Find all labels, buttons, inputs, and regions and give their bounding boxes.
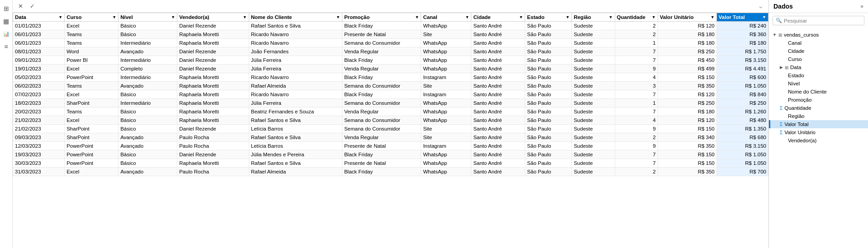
col-header-promocao[interactable]: Promoção▼	[342, 13, 421, 22]
col-header-vt[interactable]: Valor Total▼	[716, 13, 768, 22]
field-label: Canal	[788, 40, 802, 46]
collapse-icon[interactable]: »	[860, 3, 863, 9]
grid-icon[interactable]: ⊞	[1, 4, 11, 14]
cell-canal: WhatsApp	[421, 116, 471, 125]
cell-vendedor: Raphaela Moretti	[177, 108, 249, 116]
cell-nivel: Completo	[119, 65, 177, 73]
col-header-estado[interactable]: Estado▼	[525, 13, 572, 22]
data-table-container: Data▼Curso▼Nível▼Vendedor(a)▼Nome do Cli…	[13, 13, 768, 248]
table-icon[interactable]: ▦	[1, 16, 11, 26]
filter-icon[interactable]: ▼	[566, 15, 570, 19]
confirm-button[interactable]: ✓	[27, 1, 37, 11]
field-label: Nome do Cliente	[788, 89, 827, 94]
field-item-estado[interactable]: Estado	[769, 71, 868, 80]
col-header-regiao[interactable]: Região▼	[572, 13, 615, 22]
cell-regiao: Sudeste	[572, 39, 615, 47]
filter-icon[interactable]: ▼	[652, 15, 656, 19]
filter-icon[interactable]: ▼	[465, 15, 469, 19]
right-panel-title: Dados	[773, 3, 793, 10]
field-item-região[interactable]: Região	[769, 112, 868, 120]
cell-nivel: Avançado	[119, 47, 177, 56]
cell-canal: WhatsApp	[421, 108, 471, 116]
filter-icon[interactable]: ▼	[609, 15, 613, 19]
field-item-curso[interactable]: Curso	[769, 55, 868, 63]
filter-icon[interactable]: ▼	[58, 15, 62, 19]
cell-qtd: 7	[615, 150, 658, 159]
cell-qtd: 4	[615, 116, 658, 125]
field-item-nome-do-cliente[interactable]: Nome do Cliente	[769, 88, 868, 96]
col-header-cliente[interactable]: Nome do Cliente▼	[249, 13, 342, 22]
field-label: Curso	[788, 56, 802, 62]
cell-estado: São Paulo	[525, 30, 572, 39]
cell-vu: R$ 120	[658, 22, 716, 30]
cell-regiao: Sudeste	[572, 90, 615, 99]
field-item-cidade[interactable]: Cidade	[769, 47, 868, 55]
col-header-nivel[interactable]: Nível▼	[119, 13, 177, 22]
cell-qtd: 4	[615, 73, 658, 82]
field-item-data[interactable]: ▶⊞Data	[769, 63, 868, 71]
cell-canal: Instagram	[421, 90, 471, 99]
close-button[interactable]: ✕	[15, 1, 25, 11]
col-header-vu[interactable]: Valor Unitário▼	[658, 13, 716, 22]
cell-vendedor: Paulo Rocha	[177, 133, 249, 142]
cell-estado: São Paulo	[525, 73, 572, 82]
cell-vendedor: Raphaela Moretti	[177, 73, 249, 82]
field-item-canal[interactable]: Canal	[769, 39, 868, 47]
cell-vendedor: Daniel Rezende	[177, 150, 249, 159]
cell-regiao: Sudeste	[572, 99, 615, 108]
cell-canal: Instagram	[421, 73, 471, 82]
cell-vt: R$ 1.050	[716, 150, 768, 159]
field-item-valor-unitário[interactable]: ΣValor Unitário	[769, 128, 868, 136]
cell-nivel: Básico	[119, 150, 177, 159]
field-label: Valor Unitário	[784, 130, 816, 135]
search-input[interactable]	[784, 18, 861, 23]
cell-regiao: Sudeste	[572, 116, 615, 125]
field-item-vendedor(a)[interactable]: Vendedor(a)	[769, 136, 868, 145]
col-header-vendedor[interactable]: Vendedor(a)▼	[177, 13, 249, 22]
cell-qtd: 2	[615, 30, 658, 39]
filter-icon[interactable]: ▼	[243, 15, 247, 19]
field-item-promoção[interactable]: Promoção	[769, 96, 868, 104]
cell-curso: Teams	[65, 108, 119, 116]
cell-estado: São Paulo	[525, 116, 572, 125]
filter-icon[interactable]: ▼	[762, 15, 766, 19]
cell-cliente: Rafael Santos e Silva	[249, 22, 342, 30]
col-header-canal[interactable]: Canal▼	[421, 13, 471, 22]
field-item-valor-total[interactable]: ΣValor Total	[769, 120, 868, 128]
filter-icon[interactable]: ▼	[112, 15, 116, 19]
chevron-down-icon: ▼	[773, 33, 777, 37]
filter-icon[interactable]: ▼	[519, 15, 523, 19]
filter-icon[interactable]: ▼	[336, 15, 340, 19]
table-row: 01/01/2023ExcelBásicoDaniel RezendeRafae…	[13, 22, 768, 30]
cell-nivel: Básico	[119, 30, 177, 39]
cell-nivel: Básico	[119, 90, 177, 99]
cell-canal: WhatsApp	[421, 168, 471, 176]
cell-cliente: João Fernandes	[249, 47, 342, 56]
field-label: Cidade	[788, 48, 804, 54]
data-icon[interactable]: ≡	[1, 42, 11, 51]
cell-cliente: Beatriz Fernandes e Souza	[249, 108, 342, 116]
chart-icon[interactable]: 📊	[1, 29, 11, 39]
table-row: 06/01/2023TeamsBásicoRaphaela MorettiRic…	[13, 30, 768, 39]
col-header-qtd[interactable]: Quantidade▼	[615, 13, 658, 22]
cell-qtd: 7	[615, 47, 658, 56]
filter-icon[interactable]: ▼	[711, 15, 715, 19]
cell-vt: R$ 1.750	[716, 47, 768, 56]
field-item-quantidade[interactable]: ΣQuantidade	[769, 104, 868, 112]
table-row: 12/03/2023PowerPointAvançadoPaulo RochaL…	[13, 142, 768, 150]
cell-promocao: Semana do Consumidor	[342, 116, 421, 125]
cell-cliente: Rafael Santos e Silva	[249, 116, 342, 125]
col-header-curso[interactable]: Curso▼	[65, 13, 119, 22]
cell-estado: São Paulo	[525, 142, 572, 150]
filter-icon[interactable]: ▼	[171, 15, 175, 19]
sigma-icon: Σ	[780, 130, 783, 135]
col-header-data[interactable]: Data▼	[13, 13, 65, 22]
cell-cidade: Santo André	[471, 90, 525, 99]
filter-icon[interactable]: ▼	[415, 15, 419, 19]
field-item-nível[interactable]: Nível	[769, 80, 868, 88]
chevron-down-button[interactable]: ⌵	[756, 1, 766, 11]
col-header-cidade[interactable]: Cidade▼	[471, 13, 525, 22]
cell-vt: R$ 700	[716, 168, 768, 176]
table-group-header[interactable]: ▼ ⊞ vendas_cursos	[769, 31, 868, 39]
cell-nivel: Básico	[119, 108, 177, 116]
